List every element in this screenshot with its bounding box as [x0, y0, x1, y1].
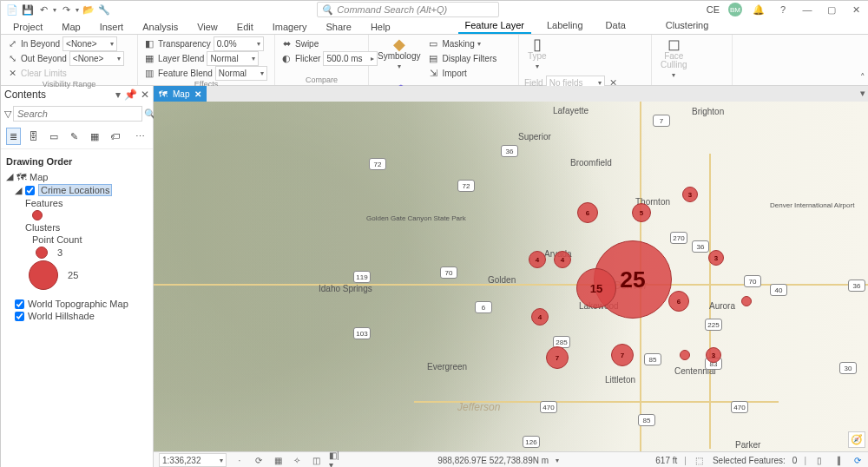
- cluster-marker[interactable]: [741, 296, 752, 306]
- pause-draw-icon[interactable]: ◧|▾: [329, 454, 341, 466]
- refresh-icon[interactable]: ⟳: [852, 454, 864, 466]
- masking-label[interactable]: Masking: [442, 39, 474, 49]
- layer-visibility-checkbox[interactable]: [15, 299, 24, 309]
- swipe-label[interactable]: Swipe: [295, 39, 319, 49]
- avatar[interactable]: BM: [728, 3, 742, 16]
- list-by-labeling-icon[interactable]: 🏷: [107, 128, 122, 145]
- menu-view[interactable]: View: [194, 20, 221, 34]
- menu-map[interactable]: Map: [58, 20, 83, 34]
- close-tab-icon[interactable]: ✕: [194, 89, 201, 99]
- user-initials[interactable]: CE: [707, 4, 720, 15]
- explore-icon[interactable]: 🔧: [98, 3, 110, 16]
- collapse-icon[interactable]: ◢: [6, 171, 13, 182]
- menu-edit[interactable]: Edit: [233, 20, 257, 34]
- flicker-label[interactable]: Flicker: [295, 54, 320, 63]
- undo-drop-icon[interactable]: ▾: [53, 6, 56, 14]
- out-beyond-dropdown[interactable]: <None>▾: [69, 51, 124, 66]
- dyntext-icon[interactable]: ◫: [310, 454, 322, 466]
- cluster-marker[interactable]: 3: [682, 187, 698, 202]
- contents-close-icon[interactable]: ✕: [141, 89, 149, 101]
- cluster-marker[interactable]: 4: [531, 308, 549, 326]
- cluster-marker[interactable]: [680, 350, 690, 360]
- in-beyond-dropdown[interactable]: <None>▾: [62, 36, 117, 51]
- layer-visibility-checkbox[interactable]: [15, 312, 24, 321]
- cluster-marker[interactable]: 7: [546, 346, 569, 369]
- help-icon[interactable]: ?: [775, 4, 791, 15]
- featureblend-dropdown[interactable]: Normal▾: [215, 66, 267, 81]
- list-by-selection-icon[interactable]: ▭: [47, 128, 62, 145]
- map-node[interactable]: ◢🗺Map: [6, 170, 148, 183]
- cluster-marker[interactable]: 3: [708, 250, 724, 266]
- map-grid-icon[interactable]: ▦: [272, 454, 284, 466]
- snapping-icon[interactable]: ✧: [291, 454, 303, 466]
- close-icon[interactable]: ✕: [848, 4, 864, 16]
- pause-icon[interactable]: ‖: [832, 454, 845, 466]
- contents-more-icon[interactable]: ⋯: [133, 128, 148, 145]
- command-search[interactable]: 🔍 Command Search (Alt+Q): [317, 2, 499, 17]
- undo-icon[interactable]: ↶: [37, 3, 49, 16]
- menu-project[interactable]: Project: [10, 20, 46, 34]
- cluster-marker[interactable]: 4: [554, 251, 571, 268]
- layer-visibility-checkbox[interactable]: [25, 186, 35, 195]
- list-by-drawing-icon[interactable]: ≣: [6, 128, 21, 145]
- menu-analysis[interactable]: Analysis: [139, 20, 181, 34]
- tab-data[interactable]: Data: [599, 18, 633, 34]
- contents-pin-icon[interactable]: 📌: [124, 89, 137, 101]
- out-beyond-label: Out Beyond: [21, 54, 67, 63]
- scale-input[interactable]: 1:336,232▾: [159, 453, 227, 467]
- layerblend-dropdown[interactable]: Normal▾: [207, 51, 259, 66]
- import-label[interactable]: Import: [442, 69, 466, 78]
- view-tab-menu-icon[interactable]: ▾: [860, 88, 865, 99]
- save-icon[interactable]: 💾: [22, 3, 34, 16]
- open-icon[interactable]: 📂: [82, 3, 95, 16]
- tab-labeling[interactable]: Labeling: [540, 18, 590, 34]
- transparency-input[interactable]: 0.0%▾: [214, 36, 264, 51]
- basemap-topo[interactable]: World Topographic Map: [15, 298, 148, 310]
- cluster-marker[interactable]: 5: [632, 203, 651, 222]
- menu-help[interactable]: Help: [367, 20, 394, 34]
- view-rotate-icon[interactable]: ⟳: [253, 454, 265, 466]
- restore-icon[interactable]: ▢: [824, 4, 839, 16]
- symbology-button[interactable]: ◆ Symbology▾: [374, 36, 424, 72]
- display-filters-label[interactable]: Display Filters: [442, 54, 496, 63]
- cluster-marker[interactable]: 7: [611, 344, 634, 366]
- contents-search-input[interactable]: [13, 106, 142, 122]
- cluster-marker[interactable]: 6: [668, 291, 689, 312]
- layer-label[interactable]: Crime Locations: [38, 184, 112, 196]
- layerblend-label: Layer Blend: [158, 54, 204, 63]
- navigator-icon[interactable]: 🧭: [848, 431, 865, 448]
- tab-feature-layer[interactable]: Feature Layer: [458, 18, 531, 34]
- project-icon[interactable]: 📄: [6, 3, 18, 16]
- menu-imagery[interactable]: Imagery: [269, 20, 311, 34]
- map-canvas[interactable]: 🧭 LafayetteSuperiorBroomfieldBrightonTho…: [154, 102, 868, 451]
- view-tab-map[interactable]: 🗺 Map ✕: [154, 86, 207, 102]
- redo-drop-icon[interactable]: ▾: [76, 6, 79, 14]
- layer-crime-locations[interactable]: ◢ Crime Locations: [15, 183, 148, 197]
- catalog-icon[interactable]: ▯: [813, 454, 825, 466]
- collapse-ribbon-icon[interactable]: ˄: [860, 72, 865, 83]
- tab-clustering[interactable]: Clustering: [659, 18, 716, 34]
- cluster-marker[interactable]: 4: [529, 251, 546, 268]
- ribbon: ⤢In Beyond <None>▾ ⤡Out Beyond <None>▾ ⨯…: [1, 34, 868, 86]
- cluster-marker[interactable]: 6: [577, 202, 598, 223]
- cluster-marker[interactable]: 15: [576, 268, 616, 308]
- selection-icon[interactable]: ⬚: [694, 454, 706, 466]
- clear-limits-label: Clear Limits: [21, 69, 67, 78]
- scale-lock-icon[interactable]: ·: [233, 454, 246, 466]
- cluster-marker[interactable]: 3: [706, 347, 721, 363]
- menu-insert[interactable]: Insert: [96, 20, 128, 34]
- layerblend-icon: ▦: [143, 52, 155, 64]
- list-by-snapping-icon[interactable]: ▦: [87, 128, 102, 145]
- collapse-icon[interactable]: ◢: [15, 185, 22, 196]
- view-tabs: 🗺 Map ✕ ▾: [154, 86, 868, 102]
- minimize-icon[interactable]: —: [799, 4, 815, 15]
- menu-share[interactable]: Share: [323, 20, 355, 34]
- coords-menu-icon[interactable]: ▾: [556, 457, 559, 464]
- contents-menu-icon[interactable]: ▾: [115, 89, 121, 101]
- list-by-source-icon[interactable]: 🗄: [26, 128, 41, 145]
- redo-icon[interactable]: ↷: [60, 3, 72, 16]
- list-by-editing-icon[interactable]: ✎: [67, 128, 82, 145]
- bell-icon[interactable]: 🔔: [751, 4, 766, 16]
- filter-icon[interactable]: ▽: [4, 109, 11, 120]
- basemap-hillshade[interactable]: World Hillshade: [15, 310, 148, 322]
